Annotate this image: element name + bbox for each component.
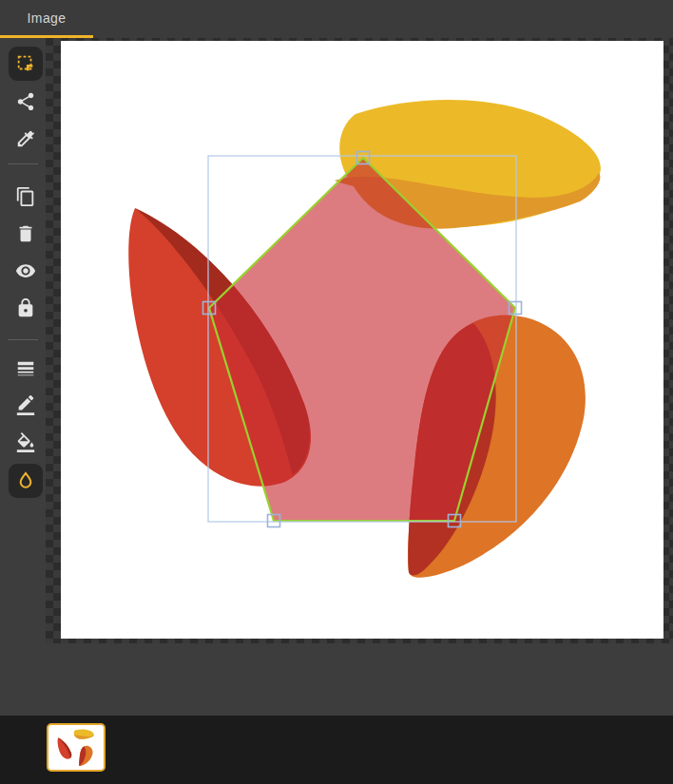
pencil-underline-icon: [15, 395, 36, 416]
eyedropper-icon: [15, 128, 36, 149]
toolbar-divider: [8, 339, 38, 340]
image-thumbnail[interactable]: [47, 723, 106, 772]
annotation-svg: [61, 41, 663, 639]
image-canvas[interactable]: [61, 41, 663, 639]
toolbar-divider: [8, 163, 38, 164]
tool-border-color-button[interactable]: [9, 389, 43, 423]
thumbnail-artwork: [53, 729, 99, 767]
tool-lock-button[interactable]: [9, 291, 43, 325]
paint-bucket-icon: [15, 432, 36, 453]
tool-share-button[interactable]: [9, 85, 43, 119]
share-icon: [15, 91, 36, 112]
status-bar: Image W (px) H (px) Visualized 703 (135%…: [0, 643, 673, 716]
tab-image-label: Image: [28, 10, 67, 26]
canvas-viewport[interactable]: [46, 38, 673, 643]
tool-copy-button[interactable]: [9, 180, 43, 214]
select-area-icon: [15, 53, 36, 74]
tool-eyedropper-button[interactable]: [9, 122, 43, 156]
droplet-icon: [15, 470, 36, 491]
trash-icon: [15, 223, 36, 244]
copy-icon: [15, 186, 36, 207]
top-tab-bar: Image: [0, 0, 673, 38]
image-annotation-app: Image: [0, 0, 673, 784]
tool-line-weight-button[interactable]: [9, 352, 43, 386]
thumbnail-strip: [0, 716, 673, 784]
tool-select-area-button[interactable]: [9, 47, 43, 81]
line-weight-icon: [15, 358, 36, 379]
tab-image[interactable]: Image: [0, 0, 93, 38]
lock-icon: [15, 297, 36, 318]
left-toolbar: [0, 38, 46, 643]
tool-visibility-button[interactable]: [9, 254, 43, 288]
tool-delete-button[interactable]: [9, 217, 43, 251]
tool-fill-color-button[interactable]: [9, 426, 43, 460]
tool-opacity-button[interactable]: [9, 464, 43, 498]
eye-icon: [15, 260, 36, 281]
